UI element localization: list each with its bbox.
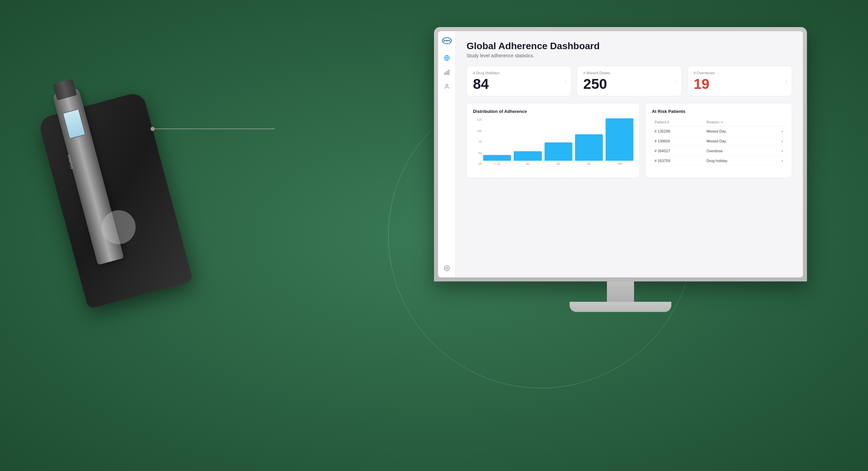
reason-cell: Missed Day — [704, 136, 769, 146]
chart-title: Distribution of Adherence — [473, 109, 633, 114]
bar-1 — [514, 151, 541, 161]
bar-group-2: 60 — [545, 142, 572, 165]
row-chevron: › — [769, 156, 786, 166]
at-risk-table-card: At Risk Patients Patient # Reason — [645, 103, 792, 178]
sidebar-icon-globe[interactable] — [443, 54, 451, 62]
col-patient-num: Patient # — [652, 118, 704, 126]
table-row[interactable]: # 264527 Overdose › — [652, 146, 786, 156]
svg-point-8 — [446, 268, 448, 269]
risk-table-body: # 135298 Missed Day › # 139826 Missed Da… — [652, 126, 786, 166]
col-reason[interactable]: Reason — [704, 118, 769, 126]
y-label-0: 25 — [473, 162, 482, 165]
table-row[interactable]: # 135298 Missed Day › — [652, 126, 786, 136]
bar-4 — [606, 118, 633, 161]
monitor-neck — [607, 281, 634, 302]
y-axis: 25 50 75 100 125 — [473, 118, 482, 165]
kpi-value-overdoses: 19 — [694, 77, 786, 91]
page-subtitle: Study level adherence statistics. — [467, 53, 792, 58]
risk-table: Patient # Reason — [652, 118, 786, 166]
kpi-chevron-missed-doses: › — [675, 78, 677, 84]
bar-group-1: 40 — [514, 151, 541, 165]
sidebar-icon-settings[interactable] — [443, 264, 451, 272]
sidebar-icon-chart[interactable] — [443, 68, 451, 76]
bar-label-4: >90 — [617, 162, 622, 165]
col-action-header — [769, 118, 786, 126]
monitor-base — [570, 302, 671, 312]
kpi-chevron-overdoses: › — [785, 78, 787, 84]
pen-top — [53, 79, 77, 100]
patient-num-cell: # 264527 — [652, 146, 704, 156]
bar-3 — [575, 134, 603, 161]
table-row[interactable]: # 163759 Drug holiday › — [652, 156, 786, 166]
patient-num-cell: # 135298 — [652, 126, 704, 136]
y-label-4: 125 — [473, 118, 482, 121]
monitor-screen: Global Adherence Dashboard Study level a… — [438, 31, 803, 277]
row-chevron: › — [769, 126, 786, 136]
kpi-card-overdoses[interactable]: # Overdoses 19 › — [687, 66, 792, 96]
row-chevron: › — [769, 146, 786, 156]
reason-cell: Drug holiday — [704, 156, 769, 166]
accent-circle — [102, 210, 136, 244]
kpi-value-drug-holidays: 84 — [473, 77, 565, 91]
svg-rect-5 — [446, 72, 447, 75]
charts-row: Distribution of Adherence 25 50 75 100 1… — [467, 103, 792, 178]
reason-cell: Missed Day — [704, 126, 769, 136]
kpi-label-overdoses: # Overdoses — [694, 71, 786, 75]
monitor-bezel: Global Adherence Dashboard Study level a… — [434, 27, 807, 281]
pen-window — [62, 109, 86, 139]
table-header-row: Patient # Reason — [652, 118, 786, 126]
page-title: Global Adherence Dashboard — [467, 41, 792, 52]
patient-num-cell: # 139826 — [652, 136, 704, 146]
bar-group-0: < 20 — [483, 155, 511, 165]
kpi-value-missed-doses: 250 — [583, 77, 675, 91]
bar-0 — [483, 155, 511, 161]
patient-num-cell: # 163759 — [652, 156, 704, 166]
kpi-chevron-drug-holidays: › — [565, 78, 567, 84]
kpi-label-missed-doses: # Missed Doses — [583, 71, 675, 75]
svg-rect-6 — [448, 70, 449, 75]
app-sidebar — [438, 31, 456, 277]
svg-point-7 — [446, 84, 448, 86]
table-title: At Risk Patients — [652, 109, 786, 114]
device-illustration: totaliya — [34, 68, 210, 332]
y-label-2: 75 — [473, 140, 482, 143]
monitor: Global Adherence Dashboard Study level a… — [434, 27, 807, 312]
bar-label-3: 80 — [587, 162, 591, 165]
sidebar-icon-user[interactable] — [443, 83, 451, 90]
bar-group-4: >90 — [606, 118, 633, 165]
kpi-label-drug-holidays: # Drug Holidays — [473, 71, 565, 75]
y-label-3: 100 — [473, 129, 482, 133]
reason-cell: Overdose — [704, 146, 769, 156]
table-row[interactable]: # 139826 Missed Day › — [652, 136, 786, 146]
bar-2 — [545, 142, 572, 161]
svg-rect-4 — [445, 73, 446, 75]
kpi-card-drug-holidays[interactable]: # Drug Holidays 84 › — [467, 66, 571, 96]
row-chevron: › — [769, 136, 786, 146]
bar-label-2: 60 — [557, 162, 560, 165]
bar-chart: 25 50 75 100 125 < 20 — [473, 118, 633, 172]
kpi-card-missed-doses[interactable]: # Missed Doses 250 › — [577, 66, 682, 96]
bar-label-0: < 20 — [494, 162, 500, 165]
chart-card-adherence: Distribution of Adherence 25 50 75 100 1… — [467, 103, 640, 178]
main-content: Global Adherence Dashboard Study level a… — [456, 31, 803, 277]
bar-label-1: 40 — [526, 162, 529, 165]
app-logo — [442, 37, 452, 45]
y-label-1: 50 — [473, 151, 482, 155]
kpi-row: # Drug Holidays 84 › # Missed Doses 250 … — [467, 66, 792, 96]
bar-group-3: 80 — [575, 134, 603, 165]
